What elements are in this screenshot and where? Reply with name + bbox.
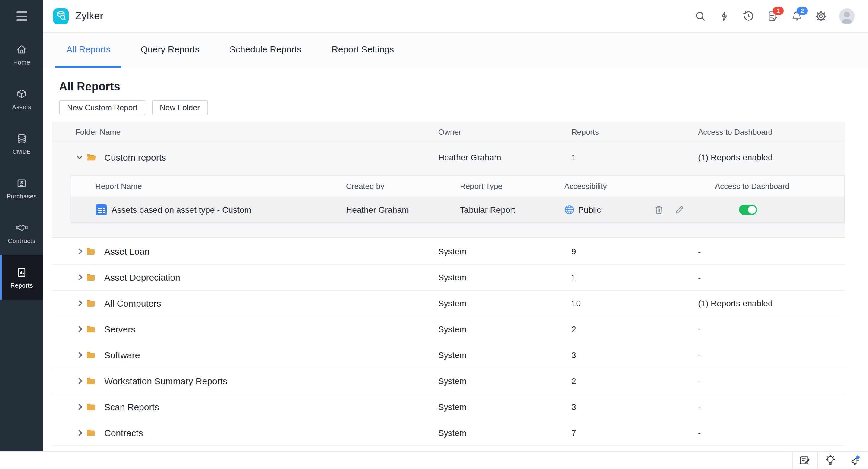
approvals-icon[interactable]: 1 xyxy=(767,10,779,22)
folder-icon xyxy=(86,247,95,255)
sidebar-item-purchases[interactable]: $ Purchases xyxy=(0,166,43,210)
sidebar-item-label: CMDB xyxy=(12,148,31,155)
chevron-right-icon[interactable] xyxy=(77,248,84,255)
lightbulb-icon[interactable] xyxy=(817,451,843,469)
user-avatar[interactable] xyxy=(839,8,855,24)
folder-report-count: 7 xyxy=(571,428,576,438)
folder-row[interactable]: Software System 3 - xyxy=(52,342,845,368)
hamburger-menu-icon[interactable] xyxy=(16,11,27,21)
nested-header-row: Report Name Created by Report Type Acces… xyxy=(71,176,844,197)
col-report-name: Report Name xyxy=(95,182,142,191)
bar-chart-report-icon xyxy=(16,266,28,278)
folder-icon xyxy=(86,351,95,359)
chevron-right-icon[interactable] xyxy=(77,429,84,436)
folder-report-count: 9 xyxy=(571,247,576,256)
sidebar-item-label: Home xyxy=(13,59,30,65)
tab-schedule-reports[interactable]: Schedule Reports xyxy=(219,32,313,67)
folder-owner: System xyxy=(438,350,466,360)
quick-actions-icon[interactable] xyxy=(718,10,731,22)
sidebar-item-label: Contracts xyxy=(8,237,36,244)
col-folder-name: Folder Name xyxy=(75,127,121,136)
folder-name: Asset Depreciation xyxy=(104,272,180,282)
globe-public-icon xyxy=(564,205,575,215)
new-custom-report-button[interactable]: New Custom Report xyxy=(59,100,145,115)
tasks-badge: 1 xyxy=(773,6,784,15)
sidebar-item-reports[interactable]: Reports xyxy=(0,255,43,300)
folder-name: Servers xyxy=(104,324,135,334)
chevron-right-icon[interactable] xyxy=(77,300,84,307)
folder-icon xyxy=(86,325,95,333)
notifications-badge: 2 xyxy=(797,6,808,15)
report-row[interactable]: Assets based on asset type - Custom Heat… xyxy=(71,197,844,222)
sidebar-item-cmdb[interactable]: CMDB xyxy=(0,121,43,166)
folder-row[interactable]: Scan Reports System 3 - xyxy=(52,394,845,420)
folder-icon xyxy=(86,429,95,437)
nested-reports-card: Report Name Created by Report Type Acces… xyxy=(70,176,845,223)
search-icon[interactable] xyxy=(694,10,707,22)
folder-name: Software xyxy=(104,350,140,360)
col-reports: Reports xyxy=(571,127,599,136)
chevron-right-icon[interactable] xyxy=(77,403,84,410)
folder-dashboard-access: - xyxy=(698,324,701,334)
zylker-logo-icon[interactable] xyxy=(53,8,69,24)
folder-row[interactable]: Asset Depreciation System 1 - xyxy=(52,264,845,290)
folder-dashboard-access: - xyxy=(698,273,701,282)
bottom-utility-bar xyxy=(0,451,868,469)
table-header-row: Folder Name Owner Reports Access to Dash… xyxy=(52,122,845,142)
col-owner: Owner xyxy=(438,127,461,136)
sidebar-item-contracts[interactable]: Contracts xyxy=(0,210,43,255)
settings-gear-icon[interactable] xyxy=(815,10,827,22)
delete-trash-icon[interactable] xyxy=(654,205,664,215)
folder-name: Workstation Summary Reports xyxy=(104,376,227,386)
folder-owner: System xyxy=(438,324,466,334)
folders-table: Folder Name Owner Reports Access to Dash… xyxy=(52,122,845,469)
folder-row[interactable]: Contracts System 7 - xyxy=(52,420,845,446)
chevron-right-icon[interactable] xyxy=(77,325,84,333)
topbar: Zylker xyxy=(43,0,868,33)
folder-owner: System xyxy=(438,299,466,308)
tab-query-reports[interactable]: Query Reports xyxy=(130,32,210,67)
folder-row[interactable]: All Computers System 10 (1) Reports enab… xyxy=(52,290,845,316)
edit-pencil-icon[interactable] xyxy=(675,205,684,215)
chevron-right-icon[interactable] xyxy=(77,351,84,359)
report-accessibility: Public xyxy=(578,205,601,215)
folder-owner: System xyxy=(438,376,466,386)
action-buttons: New Custom Report New Folder xyxy=(59,100,868,115)
folder-dashboard-access: - xyxy=(698,376,701,386)
main-content: All Reports Query Reports Schedule Repor… xyxy=(43,32,868,469)
tab-all-reports[interactable]: All Reports xyxy=(56,32,121,67)
col-accessibility: Accessibility xyxy=(564,182,607,191)
folder-row-custom-reports[interactable]: Custom reports Heather Graham 1 (1) Repo… xyxy=(52,142,845,172)
chevron-right-icon[interactable] xyxy=(77,274,84,281)
folder-report-count: 1 xyxy=(571,152,576,162)
notifications-bell-icon[interactable]: 2 xyxy=(791,10,803,22)
announcements-megaphone-icon[interactable] xyxy=(843,451,868,469)
folder-report-count: 2 xyxy=(571,324,576,334)
tab-report-settings[interactable]: Report Settings xyxy=(321,32,405,67)
folder-report-count: 10 xyxy=(571,299,581,308)
chevron-down-icon[interactable] xyxy=(76,153,83,161)
feedback-edit-icon[interactable] xyxy=(792,451,817,469)
folder-owner: System xyxy=(438,428,466,438)
folder-icon xyxy=(86,299,95,307)
col-nested-access-to-dashboard: Access to Dashboard xyxy=(715,182,789,191)
folder-owner: System xyxy=(438,247,466,256)
folder-icon xyxy=(86,403,95,411)
folder-row[interactable]: Asset Loan System 9 - xyxy=(52,239,845,264)
sidebar-item-label: Purchases xyxy=(7,193,37,199)
handshake-icon xyxy=(15,222,28,233)
history-icon[interactable] xyxy=(743,10,755,22)
chevron-right-icon[interactable] xyxy=(77,377,84,385)
sidebar-item-assets[interactable]: Assets xyxy=(0,76,43,121)
folder-dashboard-access: - xyxy=(698,247,701,256)
folder-open-icon xyxy=(86,153,96,161)
report-name[interactable]: Assets based on asset type - Custom xyxy=(112,205,251,215)
new-folder-button[interactable]: New Folder xyxy=(152,100,208,115)
folder-report-count: 1 xyxy=(571,273,576,282)
folder-name: Scan Reports xyxy=(104,402,159,412)
folder-row[interactable]: Servers System 2 - xyxy=(52,316,845,342)
report-type: Tabular Report xyxy=(460,205,516,215)
dashboard-access-toggle[interactable] xyxy=(739,205,757,215)
folder-row[interactable]: Workstation Summary Reports System 2 - xyxy=(52,368,845,394)
sidebar-item-home[interactable]: Home xyxy=(0,32,43,76)
